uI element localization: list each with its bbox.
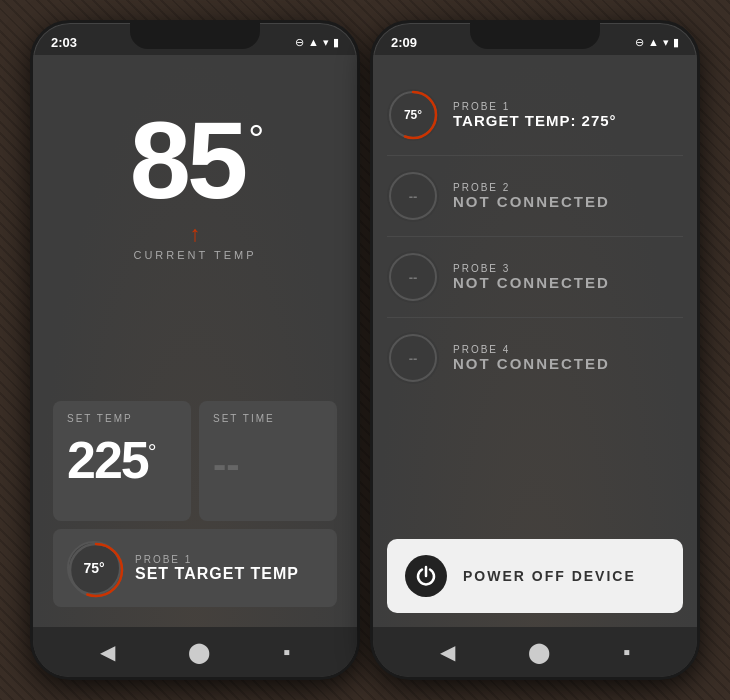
home-button-left[interactable]: ⬤ bbox=[188, 640, 210, 664]
left-phone: 2:03 ⊖ ▲ ▾ ▮ 85° ↑ CURRENT TEMP SET TEMP… bbox=[30, 20, 360, 680]
probe-list: 75° PROBE 1 TARGET TEMP: 275° -- bbox=[373, 63, 697, 539]
probe-1-label: PROBE 1 bbox=[453, 101, 617, 112]
recents-button-left[interactable]: ▪ bbox=[283, 641, 290, 664]
minus-icon-right: ⊖ bbox=[635, 36, 644, 49]
notch bbox=[130, 23, 260, 49]
probe-row-2[interactable]: -- PROBE 2 NOT CONNECTED bbox=[387, 156, 683, 237]
set-time-value: -- bbox=[213, 442, 323, 487]
probe-1-temp: 75° bbox=[404, 108, 422, 122]
left-screen: 85° ↑ CURRENT TEMP SET TEMP 225° SET TIM… bbox=[33, 55, 357, 627]
probe-2-label: PROBE 2 bbox=[453, 182, 610, 193]
probe-2-temp: -- bbox=[409, 189, 418, 204]
power-off-button[interactable]: POWER OFF DEVICE bbox=[387, 539, 683, 613]
probe-4-label: PROBE 4 bbox=[453, 344, 610, 355]
probe-1-value: TARGET TEMP: 275° bbox=[453, 112, 617, 129]
degree-symbol: ° bbox=[248, 119, 260, 159]
current-temp-display: 85° bbox=[130, 105, 260, 215]
set-panels: SET TEMP 225° SET TIME -- bbox=[53, 401, 337, 521]
signal-icon-right: ▲ bbox=[648, 36, 659, 48]
probe-row-1[interactable]: 75° PROBE 1 TARGET TEMP: 275° bbox=[387, 75, 683, 156]
probe-arc-svg bbox=[67, 541, 125, 599]
signal-icon: ▲ bbox=[308, 36, 319, 48]
probe-info-4: PROBE 4 NOT CONNECTED bbox=[453, 344, 610, 372]
set-time-panel[interactable]: SET TIME -- bbox=[199, 401, 337, 521]
probe-circle-3: -- bbox=[387, 251, 439, 303]
nav-bar-right: ◀ ⬤ ▪ bbox=[373, 627, 697, 677]
nav-bar-left: ◀ ⬤ ▪ bbox=[33, 627, 357, 677]
minus-icon: ⊖ bbox=[295, 36, 304, 49]
probe-name-left: PROBE 1 bbox=[135, 554, 299, 565]
status-time-right: 2:09 bbox=[391, 35, 417, 50]
set-temp-panel[interactable]: SET TEMP 225° bbox=[53, 401, 191, 521]
right-phone: 2:09 ⊖ ▲ ▾ ▮ 75° bbox=[370, 20, 700, 680]
probe-circle-2: -- bbox=[387, 170, 439, 222]
current-temp-container: 85° ↑ CURRENT TEMP bbox=[130, 105, 260, 401]
back-button-left[interactable]: ◀ bbox=[100, 640, 115, 664]
probe-row-3[interactable]: -- PROBE 3 NOT CONNECTED bbox=[387, 237, 683, 318]
power-icon bbox=[415, 565, 437, 587]
set-time-label: SET TIME bbox=[213, 413, 323, 424]
status-time-left: 2:03 bbox=[51, 35, 77, 50]
back-button-right[interactable]: ◀ bbox=[440, 640, 455, 664]
right-screen: 75° PROBE 1 TARGET TEMP: 275° -- bbox=[373, 55, 697, 627]
power-icon-circle bbox=[405, 555, 447, 597]
battery-icon-right: ▮ bbox=[673, 36, 679, 49]
probe-circle-4: -- bbox=[387, 332, 439, 384]
probe-bar-left[interactable]: 75° PROBE 1 SET TARGET TEMP bbox=[53, 529, 337, 607]
probe-3-temp: -- bbox=[409, 270, 418, 285]
probe-circle-1: 75° bbox=[387, 89, 439, 141]
temp-up-arrow: ↑ bbox=[189, 221, 200, 247]
probe-info-2: PROBE 2 NOT CONNECTED bbox=[453, 182, 610, 210]
left-screen-content: 85° ↑ CURRENT TEMP SET TEMP 225° SET TIM… bbox=[33, 63, 357, 627]
battery-icon: ▮ bbox=[333, 36, 339, 49]
notch-right bbox=[470, 23, 600, 49]
set-temp-label: SET TEMP bbox=[67, 413, 177, 424]
status-icons-right: ⊖ ▲ ▾ ▮ bbox=[635, 36, 679, 49]
status-icons-left: ⊖ ▲ ▾ ▮ bbox=[295, 36, 339, 49]
home-button-right[interactable]: ⬤ bbox=[528, 640, 550, 664]
wifi-icon-right: ▾ bbox=[663, 36, 669, 49]
probe-info-1: PROBE 1 TARGET TEMP: 275° bbox=[453, 101, 617, 129]
current-temp-label: CURRENT TEMP bbox=[133, 249, 256, 261]
right-screen-content: 75° PROBE 1 TARGET TEMP: 275° -- bbox=[373, 63, 697, 627]
current-temp-value: 85 bbox=[130, 105, 244, 215]
probe-3-value: NOT CONNECTED bbox=[453, 274, 610, 291]
probe-4-value: NOT CONNECTED bbox=[453, 355, 610, 372]
probe-3-label: PROBE 3 bbox=[453, 263, 610, 274]
probe-action-left: SET TARGET TEMP bbox=[135, 565, 299, 583]
set-temp-value: 225° bbox=[67, 434, 177, 486]
power-off-label: POWER OFF DEVICE bbox=[463, 568, 636, 584]
probe-row-4[interactable]: -- PROBE 4 NOT CONNECTED bbox=[387, 318, 683, 398]
probe-circle-left: 75° bbox=[67, 541, 121, 595]
wifi-icon: ▾ bbox=[323, 36, 329, 49]
probe-2-value: NOT CONNECTED bbox=[453, 193, 610, 210]
probe-info-3: PROBE 3 NOT CONNECTED bbox=[453, 263, 610, 291]
probe-4-temp: -- bbox=[409, 351, 418, 366]
recents-button-right[interactable]: ▪ bbox=[623, 641, 630, 664]
probe-info-left: PROBE 1 SET TARGET TEMP bbox=[135, 554, 299, 583]
